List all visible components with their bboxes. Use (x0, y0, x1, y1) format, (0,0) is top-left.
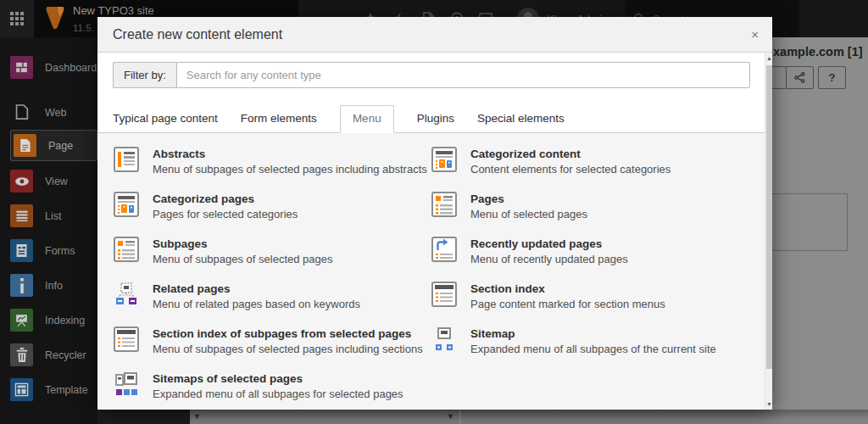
menu-updated-pages-icon (431, 236, 458, 263)
tab-plugins[interactable]: Plugins (417, 105, 454, 132)
sidebar-item-recycler[interactable]: Recycler (10, 339, 97, 371)
tab-form-elements[interactable]: Form elements (241, 105, 317, 132)
module-sidebar: Dashboard Web Page View List (0, 37, 97, 424)
menu-pages-icon (431, 191, 458, 218)
option-description: Page content marked for section menus (470, 297, 665, 311)
option-title: Section index (470, 282, 665, 297)
sidebar-item-forms[interactable]: Forms (10, 235, 97, 266)
option-recently-updated-pages[interactable]: Recently updated pagesMenu of recently u… (431, 236, 772, 281)
option-title: Categorized content (470, 147, 670, 162)
menu-sitemaps-of-pages-icon (113, 371, 140, 398)
scroll-up-icon[interactable]: ▲ (765, 55, 773, 61)
sidebar-item-indexing[interactable]: Indexing (10, 304, 97, 336)
option-abstracts[interactable]: AbstractsMenu of subpages of selected pa… (113, 146, 431, 191)
sidebar-item-page[interactable]: Page (10, 130, 97, 161)
option-description: Menu of subpages of selected pages inclu… (153, 342, 423, 356)
typo3-backend: New TYPO3 site 11.5. ? Klaus Admin (0, 0, 868, 424)
content-element-list: AbstractsMenu of subpages of selected pa… (97, 133, 772, 410)
list-icon (10, 204, 33, 227)
option-title: Related pages (153, 282, 360, 297)
sidebar-item-dashboard[interactable]: Dashboard (10, 52, 97, 83)
option-section-index[interactable]: Section indexPage content marked for sec… (431, 281, 772, 326)
site-version: 11.5. (73, 23, 94, 33)
grid-icon (10, 12, 24, 25)
option-related-pages[interactable]: Related pagesMenu of related pages based… (113, 281, 431, 326)
option-title: Section index of subpages from selected … (153, 326, 423, 342)
option-section-index-subpages[interactable]: Section index of subpages from selected … (113, 326, 431, 371)
modules-toggle-button[interactable] (0, 0, 34, 37)
sidebar-item-label: Dashboard (45, 62, 97, 74)
share-button[interactable] (786, 66, 814, 89)
option-description: Expanded menu of all subpages of the cur… (470, 342, 716, 356)
modal-header: Create new content element × (97, 17, 772, 53)
filter-label: Filter by: (113, 62, 176, 88)
option-sitemaps-of-selected-pages[interactable]: Sitemaps of selected pagesExpanded menu … (113, 371, 431, 410)
scrollbar-thumb[interactable] (766, 65, 772, 369)
option-categorized-pages[interactable]: Categorized pagesPages for selected cate… (113, 191, 431, 236)
menu-categorized-content-icon (431, 146, 458, 173)
sidebar-section-web[interactable]: Web (10, 97, 97, 128)
option-pages[interactable]: PagesMenu of selected pages (431, 191, 772, 236)
tab-menu[interactable]: Menu (340, 105, 394, 133)
template-layout-icon (10, 378, 33, 401)
option-title: Sitemap (470, 326, 716, 342)
option-title: Recently updated pages (470, 237, 628, 252)
background-form-strip: ▼ ▼ (190, 410, 868, 424)
background-select-caret: ▼ (193, 412, 201, 421)
typo3-logo-icon (46, 6, 64, 31)
sidebar-item-template[interactable]: Template (10, 374, 97, 405)
option-description: Menu of selected pages (470, 207, 587, 221)
sidebar-item-label: Recycler (45, 349, 86, 361)
menu-section-index-icon (431, 281, 458, 308)
option-subpages[interactable]: SubpagesMenu of subpages of selected pag… (113, 236, 431, 281)
dimmed-background: xample.com [1] ? (772, 37, 868, 424)
option-title: Subpages (153, 237, 332, 252)
divider (459, 410, 460, 424)
docheader-path: xample.com [1] (773, 45, 863, 59)
docheader-help-button[interactable]: ? (818, 66, 846, 89)
sidebar-item-label: Web (45, 107, 66, 119)
menu-categorized-pages-icon (113, 191, 140, 218)
modal-tabs: Typical page content Form elements Menu … (97, 105, 772, 133)
option-title: Abstracts (153, 147, 427, 162)
tab-special-elements[interactable]: Special elements (477, 105, 565, 132)
close-icon[interactable]: × (751, 27, 759, 42)
page-icon (14, 134, 36, 157)
menu-section-subpages-icon (113, 326, 140, 353)
sidebar-item-view[interactable]: View (10, 165, 97, 197)
menu-related-pages-icon (113, 281, 140, 308)
menu-sitemap-icon (431, 326, 458, 353)
sidebar-item-list[interactable]: List (10, 200, 97, 232)
filter-group: Filter by: (113, 62, 750, 88)
option-title: Sitemaps of selected pages (153, 371, 403, 387)
sidebar-item-label: Forms (45, 245, 75, 257)
sidebar-item-label: List (45, 210, 61, 222)
option-description: Content elements for selected categories (470, 162, 670, 176)
modal-scrollbar[interactable]: ▲ ▼ (765, 53, 772, 410)
new-content-element-modal: Create new content element × Filter by: … (97, 17, 772, 410)
sidebar-item-label: Info (45, 280, 63, 292)
sidebar-item-label: Page (48, 140, 73, 152)
option-title: Categorized pages (153, 192, 298, 207)
site-title: New TYPO3 site (73, 4, 154, 17)
tab-typical-page-content[interactable]: Typical page content (113, 105, 218, 132)
info-icon (10, 274, 33, 297)
indexing-chart-icon (10, 309, 33, 332)
scroll-down-icon[interactable]: ▼ (765, 401, 773, 407)
menu-subpages-icon (113, 236, 140, 263)
content-type-search-input[interactable] (176, 62, 750, 88)
option-categorized-content[interactable]: Categorized contentContent elements for … (431, 146, 772, 191)
sidebar-item-label: Indexing (45, 315, 85, 326)
option-sitemap[interactable]: SitemapExpanded menu of all subpages of … (431, 326, 772, 371)
option-description: Menu of recently updated pages (470, 252, 628, 266)
menu-abstracts-icon (113, 146, 140, 173)
recycler-trash-icon (10, 343, 33, 366)
modal-title: Create new content element (113, 27, 282, 42)
forms-icon (10, 239, 33, 262)
share-icon (794, 72, 805, 83)
sidebar-item-info[interactable]: Info (10, 270, 97, 301)
web-icon (10, 101, 33, 124)
view-eye-icon (10, 170, 33, 192)
option-title: Pages (470, 192, 587, 207)
sidebar-item-label: Template (45, 384, 88, 396)
